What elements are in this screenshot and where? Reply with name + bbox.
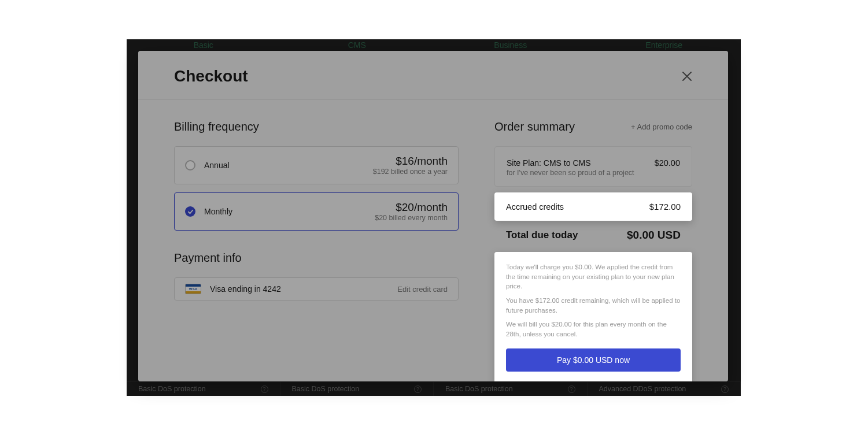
feature-cell: Advanced DDoS protection ?: [588, 381, 741, 396]
close-button[interactable]: [682, 71, 692, 81]
close-icon: [682, 71, 692, 81]
line-item-amount: $20.00: [655, 158, 680, 168]
billing-sub: $192 billed once a year: [373, 168, 448, 176]
billing-price: $16/month: [373, 155, 448, 168]
payment-card: VISA Visa ending in 4242 Edit credit car…: [174, 277, 459, 301]
order-summary-title: Order summary: [494, 120, 575, 133]
summary-title-row: Order summary + Add promo code: [494, 120, 692, 133]
pay-now-button[interactable]: Pay $0.00 USD now: [506, 348, 681, 372]
edit-credit-card-button[interactable]: Edit credit card: [397, 285, 448, 294]
billing-option-left: Monthly: [185, 206, 232, 217]
feature-cell: Basic DoS protection ?: [434, 381, 588, 396]
help-icon[interactable]: ?: [721, 385, 729, 393]
modal-header: Checkout: [138, 51, 728, 100]
left-column: Billing frequency Annual $16/month $192 …: [174, 120, 459, 381]
total-row: Total due today $0.00 USD: [494, 229, 692, 242]
billing-option-annual[interactable]: Annual $16/month $192 billed once a year: [174, 146, 459, 184]
billing-frequency-title: Billing frequency: [174, 120, 459, 133]
line-item-sub: for I've never been so proud of a projec…: [507, 169, 634, 177]
checkout-modal: Checkout Billing frequency Annual $16/mo…: [138, 51, 728, 381]
billing-option-name: Annual: [204, 161, 230, 170]
radio-unchecked-icon: [185, 160, 195, 170]
radio-checked-icon: [185, 206, 195, 217]
credits-amount: $172.00: [649, 202, 681, 212]
pay-note: You have $172.00 credit remaining, which…: [506, 296, 681, 315]
accrued-credits-card: Accrued credits $172.00: [494, 192, 692, 221]
feature-cell: Basic DoS protection ?: [280, 381, 434, 396]
card-label: Visa ending in 4242: [210, 284, 281, 294]
payment-info-title: Payment info: [174, 251, 459, 265]
modal-title: Checkout: [174, 67, 248, 86]
help-icon[interactable]: ?: [261, 385, 268, 393]
pay-note: We will bill you $20.00 for this plan ev…: [506, 320, 681, 339]
billing-sub: $20 billed every month: [375, 214, 448, 222]
bottom-feature-strip: Basic DoS protection ? Basic DoS protect…: [127, 381, 741, 396]
credits-label: Accrued credits: [506, 202, 564, 212]
plan-tab-cms[interactable]: CMS: [280, 39, 434, 52]
add-promo-code-button[interactable]: + Add promo code: [631, 123, 692, 131]
feature-label: Basic DoS protection: [138, 385, 206, 393]
billing-option-name: Monthly: [204, 207, 232, 216]
pay-note: Today we'll charge you $0.00. We applied…: [506, 262, 681, 291]
payment-left: VISA Visa ending in 4242: [185, 284, 281, 294]
plan-tabs: Basic CMS Business Enterprise: [127, 39, 741, 52]
billing-option-left: Annual: [185, 160, 230, 170]
modal-body: Billing frequency Annual $16/month $192 …: [138, 100, 728, 381]
feature-label: Basic DoS protection: [292, 385, 360, 393]
billing-option-right: $16/month $192 billed once a year: [373, 155, 448, 176]
feature-label: Advanced DDoS protection: [599, 385, 686, 393]
billing-option-right: $20/month $20 billed every month: [375, 201, 448, 222]
right-column: Order summary + Add promo code Site Plan…: [494, 120, 692, 381]
plan-tab-business[interactable]: Business: [434, 39, 588, 52]
feature-label: Basic DoS protection: [445, 385, 513, 393]
help-icon[interactable]: ?: [414, 385, 422, 393]
feature-cell: Basic DoS protection ?: [127, 381, 280, 396]
total-label: Total due today: [506, 229, 578, 241]
total-amount: $0.00 USD: [627, 229, 681, 242]
billing-option-monthly[interactable]: Monthly $20/month $20 billed every month: [174, 192, 459, 231]
visa-icon: VISA: [185, 284, 201, 294]
pay-card: Today we'll charge you $0.00. We applied…: [494, 252, 692, 381]
plan-tab-basic[interactable]: Basic: [127, 39, 280, 52]
billing-price: $20/month: [375, 201, 448, 214]
plan-tab-enterprise[interactable]: Enterprise: [588, 39, 741, 52]
summary-line-item: Site Plan: CMS to CMS for I've never bee…: [494, 146, 692, 187]
line-item-name: Site Plan: CMS to CMS: [507, 158, 634, 168]
help-icon[interactable]: ?: [568, 385, 575, 393]
